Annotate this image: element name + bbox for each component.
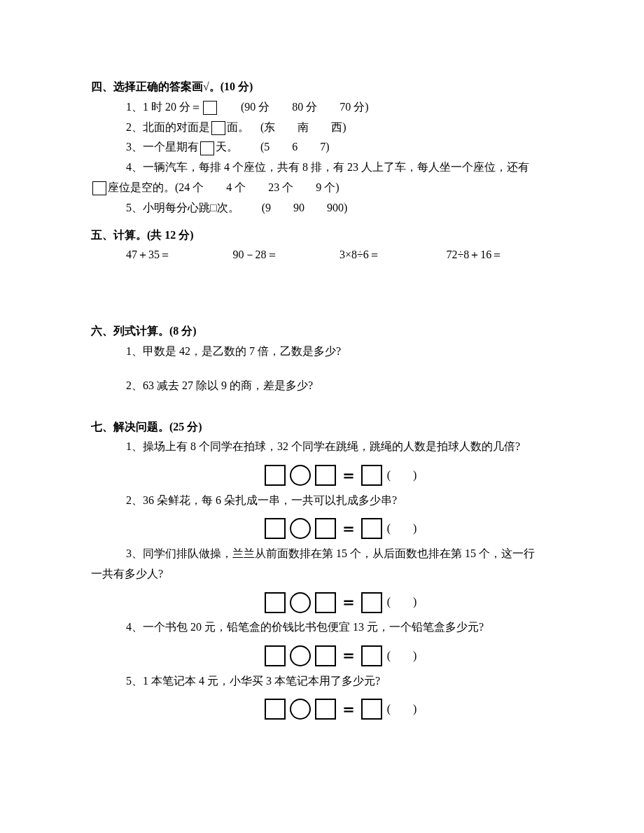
unit-paren: ( ): [387, 469, 417, 481]
eq-circle: [290, 465, 311, 486]
eq-circle: [290, 518, 311, 539]
q2-post: 面。: [227, 121, 249, 133]
blank-box: [92, 181, 106, 195]
section-6-title: 六、列式计算。(8 分): [91, 321, 553, 342]
eq-box: [315, 592, 336, 613]
eq-box: [361, 592, 382, 613]
q2-pre: 2、北面的对面是: [126, 121, 210, 133]
unit-paren: ( ): [387, 596, 417, 608]
q3-post: 天。: [216, 141, 238, 153]
s7-q1: 1、操场上有 8 个同学在拍球，32 个同学在跳绳，跳绳的人数是拍球人数的几倍?: [126, 437, 553, 457]
eq-box: [315, 699, 336, 720]
s7-q2: 2、36 朵鲜花，每 6 朵扎成一串，一共可以扎成多少串?: [126, 491, 553, 511]
s4-q4-line1: 4、一辆汽车，每排 4 个座位，共有 8 排，有 23 人上了车，每人坐一个座位…: [126, 158, 553, 178]
blank-box: [200, 141, 214, 155]
s7-q4: 4、一个书包 20 元，铅笔盒的价钱比书包便宜 13 元，一个铅笔盒多少元?: [126, 617, 553, 638]
calc-row: 47＋35＝ 90－28＝ 3×8÷6＝ 72÷8＋16＝: [126, 245, 553, 265]
eq-circle: [290, 592, 311, 613]
eq-box: [265, 645, 286, 666]
s4-q1: 1、1 时 20 分＝ (90 分 80 分 70 分): [126, 97, 553, 118]
calc-4: 72÷8＋16＝: [447, 245, 554, 265]
calc-2: 90－28＝: [233, 245, 340, 265]
eq-box: [361, 465, 382, 486]
q3-pre: 3、一个星期有: [126, 141, 199, 153]
blank-box: [203, 101, 217, 115]
equals-sign: ＝: [340, 593, 357, 611]
eq-box: [315, 465, 336, 486]
eq-box: [265, 518, 286, 539]
s4-q5: 5、小明每分心跳□次。 (9 90 900): [126, 198, 553, 218]
eq-circle: [290, 645, 311, 666]
eq-row-1: ＝( ): [126, 460, 553, 491]
eq-box: [315, 645, 336, 666]
unit-paren: ( ): [387, 703, 417, 715]
s7-q3a: 3、同学们排队做操，兰兰从前面数排在第 15 个，从后面数也排在第 15 个，这…: [126, 544, 553, 564]
s6-q2: 2、63 减去 27 除以 9 的商，差是多少?: [126, 376, 553, 396]
s4-q2: 2、北面的对面是面。 (东 南 西): [126, 118, 553, 138]
section-7-title: 七、解决问题。(25 分): [91, 417, 553, 438]
equals-sign: ＝: [340, 519, 357, 538]
eq-box: [361, 699, 382, 720]
eq-box: [265, 592, 286, 613]
q4-post: 座位是空的。(24 个 4 个 23 个 9 个): [108, 181, 340, 193]
section-4-title: 四、选择正确的答案画√。(10 分): [91, 77, 553, 97]
q1-pre: 1、1 时 20 分＝: [126, 101, 202, 113]
eq-box: [265, 465, 286, 486]
eq-box: [265, 699, 286, 720]
equals-sign: ＝: [340, 646, 357, 664]
s7-q5: 5、1 本笔记本 4 元，小华买 3 本笔记本用了多少元?: [126, 671, 553, 692]
s7-q3b: 一共有多少人?: [91, 564, 553, 584]
eq-row-5: ＝( ): [126, 694, 553, 724]
blank-box: [211, 121, 225, 135]
equals-sign: ＝: [340, 700, 357, 718]
q1-opts: (90 分 80 分 70 分): [241, 101, 369, 113]
s4-q4-line2: 座位是空的。(24 个 4 个 23 个 9 个): [91, 178, 553, 198]
eq-row-4: ＝( ): [126, 640, 553, 671]
eq-row-3: ＝( ): [126, 587, 553, 618]
equals-sign: ＝: [340, 466, 357, 484]
q3-opts: (5 6 7): [260, 141, 330, 153]
eq-box: [361, 518, 382, 539]
unit-paren: ( ): [387, 522, 417, 534]
section-5-title: 五、计算。(共 12 分): [91, 225, 553, 246]
eq-row-2: ＝( ): [126, 514, 553, 545]
unit-paren: ( ): [387, 650, 417, 662]
eq-circle: [290, 699, 311, 720]
s4-q3: 3、一个星期有天。 (5 6 7): [126, 137, 553, 158]
q2-opts: (东 南 西): [260, 121, 346, 133]
calc-1: 47＋35＝: [126, 245, 233, 265]
eq-box: [361, 645, 382, 666]
calc-3: 3×8÷6＝: [340, 245, 447, 265]
eq-box: [315, 518, 336, 539]
s6-q1: 1、甲数是 42，是乙数的 7 倍，乙数是多少?: [126, 342, 553, 362]
